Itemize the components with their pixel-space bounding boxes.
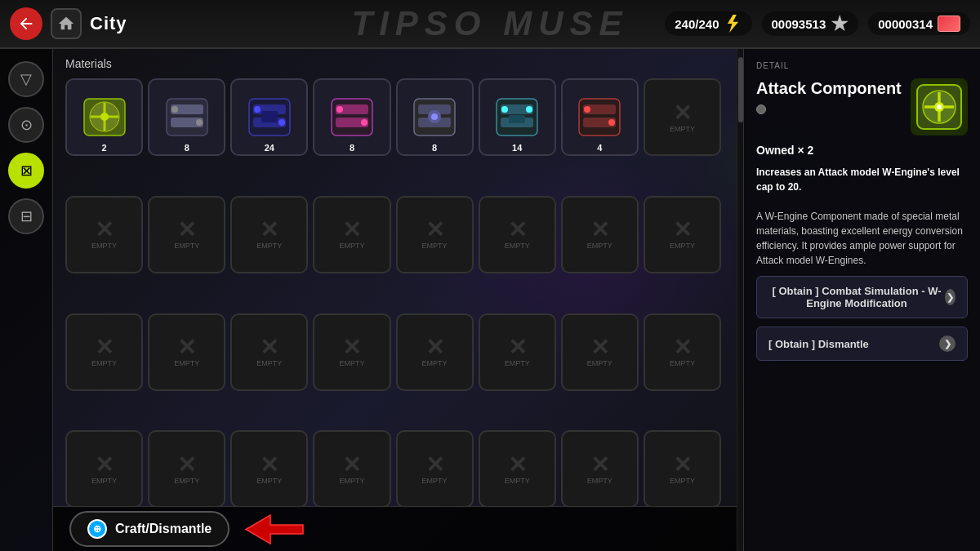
lightning-icon xyxy=(724,15,742,33)
items-grid: 2 8 xyxy=(65,78,724,543)
item-img-6 xyxy=(488,91,547,144)
svg-rect-32 xyxy=(579,99,620,136)
grid-cell-1-1[interactable]: 2 xyxy=(65,78,143,156)
svg-point-25 xyxy=(431,113,438,120)
grid-cell-4-5[interactable]: ✕EMPTY xyxy=(396,430,474,508)
stamina-value: 240/240 xyxy=(675,17,719,31)
svg-point-13 xyxy=(254,106,261,113)
grid-cell-2-8[interactable]: ✕EMPTY xyxy=(644,196,721,273)
svg-rect-15 xyxy=(261,111,278,122)
detail-description: Increases an Attack model W-Engine's lev… xyxy=(756,165,968,268)
grid-cell-4-2[interactable]: ✕EMPTY xyxy=(148,430,225,508)
obtain-dismantle-label: [ Obtain ] Dismantle xyxy=(768,338,869,350)
grid-cell-3-7[interactable]: ✕EMPTY xyxy=(561,313,639,391)
bottom-bar: ⊕ Craft/Dismantle xyxy=(53,506,743,551)
grid-cell-3-4[interactable]: ✕EMPTY xyxy=(313,313,390,391)
cell-count-1-3: 24 xyxy=(232,143,306,153)
cell-count-1-5: 8 xyxy=(398,143,472,153)
obtain-dismantle-button[interactable]: [ Obtain ] Dismantle ❯ xyxy=(756,327,968,361)
svg-point-35 xyxy=(584,106,590,113)
star-icon xyxy=(831,15,849,33)
item-img-7 xyxy=(570,91,630,144)
grid-cell-3-3[interactable]: ✕EMPTY xyxy=(230,313,308,391)
sidebar-btn-1[interactable]: ▽ xyxy=(8,61,44,97)
grid-cell-4-3[interactable]: ✕EMPTY xyxy=(230,430,308,508)
detail-item-image xyxy=(911,78,968,136)
svg-rect-31 xyxy=(509,115,525,123)
grid-cell-4-6[interactable]: ✕EMPTY xyxy=(479,430,556,508)
grid-cell-2-6[interactable]: ✕EMPTY xyxy=(479,196,556,273)
item-img-4 xyxy=(322,91,381,144)
detail-header: Attack Component xyxy=(756,78,968,136)
grid-cell-2-1[interactable]: ✕EMPTY xyxy=(65,196,143,273)
grid-cell-2-5[interactable]: ✕EMPTY xyxy=(396,196,474,273)
craft-dismantle-button[interactable]: ⊕ Craft/Dismantle xyxy=(69,511,229,547)
svg-point-19 xyxy=(336,106,343,113)
cell-count-1-7: 4 xyxy=(563,143,637,153)
grid-cell-4-4[interactable]: ✕EMPTY xyxy=(313,430,390,508)
grid-cell-1-7[interactable]: 4 xyxy=(561,78,639,156)
x-mark-1-8: ✕ xyxy=(673,102,692,125)
sidebar-btn-2[interactable]: ⊙ xyxy=(8,107,44,143)
detail-owned: Owned × 2 xyxy=(756,144,968,157)
topbar-title-bg: TIPSO MUSE xyxy=(351,4,628,43)
grid-cell-2-3[interactable]: ✕EMPTY xyxy=(230,196,308,273)
grid-cell-3-6[interactable]: ✕EMPTY xyxy=(479,313,556,391)
cell-count-1-4: 8 xyxy=(314,143,389,153)
sidebar-btn-3[interactable]: ⊠ xyxy=(8,153,44,189)
currency2-group: 00000314 xyxy=(868,12,970,35)
item-img-1 xyxy=(74,91,134,144)
obtain-combat-sim-button[interactable]: [ Obtain ] Combat Simulation - W-Engine … xyxy=(756,276,968,318)
cell-count-1-1: 2 xyxy=(67,143,141,153)
grid-cell-4-7[interactable]: ✕EMPTY xyxy=(561,430,639,508)
svg-point-30 xyxy=(526,106,532,113)
svg-rect-16 xyxy=(332,99,372,136)
detail-desc-text: A W-Engine Component made of special met… xyxy=(756,211,963,266)
item-img-3 xyxy=(239,91,299,144)
detail-section-label: DETAIL xyxy=(756,61,968,70)
currency2-value: 00000314 xyxy=(878,17,933,31)
grid-cell-1-8[interactable]: ✕ EMPTY xyxy=(644,78,721,156)
item-img-2 xyxy=(157,91,216,144)
svg-rect-5 xyxy=(167,99,207,136)
svg-point-36 xyxy=(608,119,615,126)
cell-count-1-6: 14 xyxy=(480,143,555,153)
svg-point-43 xyxy=(937,104,942,109)
grid-cell-3-8[interactable]: ✕EMPTY xyxy=(644,313,721,391)
grid-cell-1-5[interactable]: 8 xyxy=(396,78,474,156)
arrow-indicator xyxy=(242,511,307,548)
grid-cell-1-6[interactable]: 14 xyxy=(479,78,556,156)
sidebar-btn-4[interactable]: ⊟ xyxy=(8,198,44,234)
city-label: City xyxy=(90,13,127,34)
grid-cell-2-4[interactable]: ✕EMPTY xyxy=(313,196,390,273)
grid-cell-2-7[interactable]: ✕EMPTY xyxy=(561,196,639,273)
scrollbar-thumb[interactable] xyxy=(738,57,743,122)
grid-cell-2-2[interactable]: ✕EMPTY xyxy=(148,196,225,273)
grid-cell-4-8[interactable]: ✕EMPTY xyxy=(644,430,721,508)
obtain-dismantle-arrow: ❯ xyxy=(939,335,956,352)
home-button[interactable] xyxy=(51,8,82,39)
stamina-group: 240/240 xyxy=(665,11,751,36)
grid-cell-3-1[interactable]: ✕EMPTY xyxy=(65,313,143,391)
card-icon xyxy=(938,16,960,32)
grid-cell-1-3[interactable]: 24 xyxy=(230,78,308,156)
craft-label: Craft/Dismantle xyxy=(115,522,212,536)
detail-rarity-row xyxy=(756,104,902,114)
detail-panel: DETAIL Attack Component Owned × 2 xyxy=(743,49,980,551)
grid-cell-3-2[interactable]: ✕EMPTY xyxy=(148,313,225,391)
grid-cell-1-4[interactable]: 8 xyxy=(313,78,390,156)
grid-cell-3-5[interactable]: ✕EMPTY xyxy=(396,313,474,391)
cell-empty-1-8: EMPTY xyxy=(670,125,695,133)
svg-point-29 xyxy=(501,106,508,113)
obtain-combat-label: [ Obtain ] Combat Simulation - W-Engine … xyxy=(768,285,945,309)
cell-count-1-2: 8 xyxy=(149,143,224,153)
back-button[interactable] xyxy=(10,7,42,40)
grid-cell-1-2[interactable]: 8 xyxy=(148,78,225,156)
scrollbar-track[interactable] xyxy=(737,49,743,551)
sidebar: ▽ ⊙ ⊠ ⊟ xyxy=(0,49,53,551)
detail-desc-bold: Increases an Attack model W-Engine's lev… xyxy=(756,167,960,193)
item-img-5 xyxy=(405,91,465,144)
grid-cell-4-1[interactable]: ✕EMPTY xyxy=(65,430,143,508)
currency1-group: 00093513 xyxy=(762,11,859,36)
svg-point-14 xyxy=(278,119,285,126)
